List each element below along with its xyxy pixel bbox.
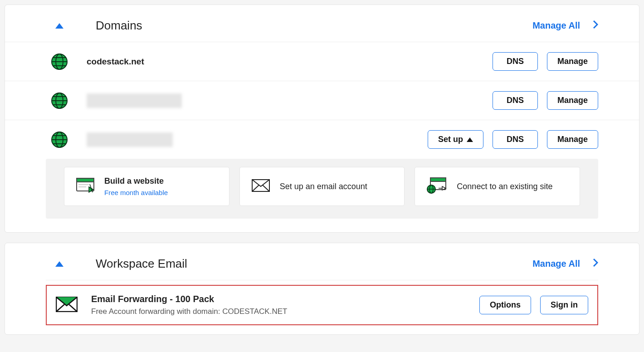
workspace-title: Workspace Email: [96, 257, 187, 271]
domains-panel: Domains Manage All codestack.net: [5, 5, 639, 233]
setup-button[interactable]: Set up: [428, 130, 483, 149]
email-forwarding-row: Email Forwarding - 100 Pack Free Account…: [46, 285, 598, 325]
card-connect-site[interactable]: Connect to an existing site: [415, 167, 580, 206]
connect-site-icon: [427, 177, 447, 196]
manage-button[interactable]: Manage: [547, 91, 598, 110]
chevron-right-icon: [593, 20, 598, 31]
manage-all-label: Manage All: [532, 259, 580, 269]
card-build-website[interactable]: Build a website Free month available: [64, 167, 229, 206]
dns-button[interactable]: DNS: [493, 130, 538, 149]
domain-row: Set up DNS Manage: [5, 120, 639, 159]
card-title: Connect to an existing site: [457, 182, 552, 191]
email-forwarding-title: Email Forwarding - 100 Pack: [91, 294, 287, 304]
domain-name-redacted: [87, 93, 182, 108]
manage-button[interactable]: Manage: [547, 130, 598, 149]
caret-up-icon: [55, 23, 63, 29]
caret-up-icon: [55, 261, 63, 267]
manage-button[interactable]: Manage: [547, 52, 598, 71]
options-button[interactable]: Options: [479, 296, 531, 314]
domain-name-redacted: [87, 132, 173, 147]
domain-name-label: codestack.net: [87, 57, 144, 67]
globe-icon: [46, 92, 73, 109]
collapse-caret-domains[interactable]: [46, 23, 73, 29]
dns-button[interactable]: DNS: [493, 91, 538, 110]
chevron-right-icon: [593, 258, 598, 269]
setup-cards-strip: Build a website Free month available Set…: [46, 159, 598, 219]
build-site-icon: [76, 178, 94, 195]
email-forwarding-sub: Free Account forwarding with domain: COD…: [91, 307, 287, 316]
svg-rect-17: [77, 178, 94, 182]
envelope-icon: [252, 179, 270, 194]
domain-row: DNS Manage: [5, 81, 639, 120]
globe-icon: [46, 131, 73, 148]
setup-label: Set up: [438, 135, 463, 144]
card-subtitle: Free month available: [104, 189, 168, 196]
manage-all-label: Manage All: [532, 20, 580, 31]
domain-row: codestack.net DNS Manage: [5, 42, 639, 81]
card-setup-email[interactable]: Set up an email account: [239, 167, 405, 206]
signin-button[interactable]: Sign in: [540, 296, 588, 314]
caret-up-icon: [467, 137, 473, 142]
card-title: Build a website: [104, 176, 168, 186]
workspace-header: Workspace Email Manage All: [5, 243, 639, 280]
svg-marker-0: [55, 23, 63, 29]
globe-icon: [46, 53, 73, 70]
dns-button[interactable]: DNS: [493, 52, 538, 71]
manage-all-workspace-link[interactable]: Manage All: [532, 258, 598, 269]
svg-rect-26: [430, 178, 446, 181]
workspace-email-panel: Workspace Email Manage All Email Forward…: [5, 243, 639, 335]
card-title: Set up an email account: [280, 182, 367, 191]
collapse-caret-workspace[interactable]: [46, 261, 73, 267]
manage-all-domains-link[interactable]: Manage All: [532, 20, 598, 31]
envelope-green-icon: [56, 297, 78, 314]
domains-header: Domains Manage All: [5, 5, 639, 42]
domains-title: Domains: [96, 19, 142, 33]
svg-marker-32: [55, 261, 63, 267]
